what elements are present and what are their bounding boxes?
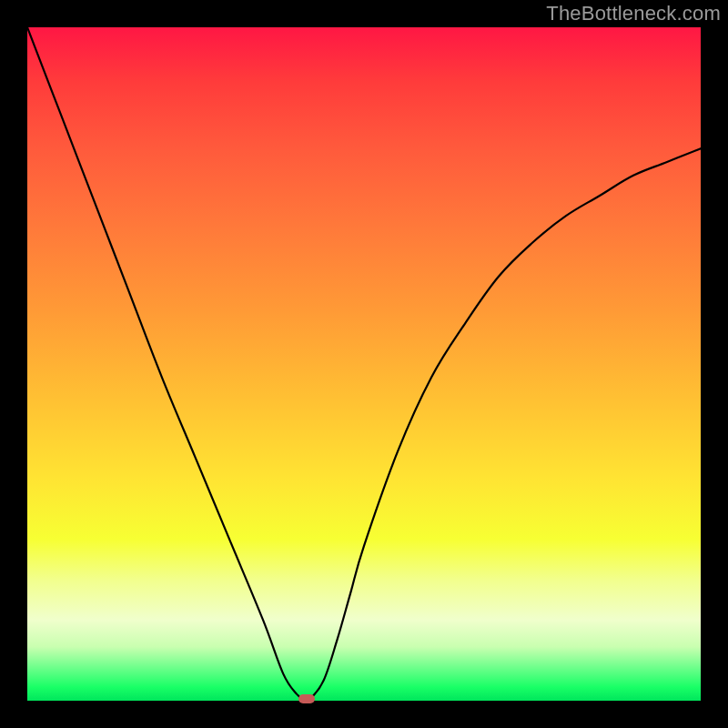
watermark-text: TheBottleneck.com (546, 2, 721, 25)
chart-frame: TheBottleneck.com (0, 0, 728, 728)
plot-area (27, 27, 701, 701)
minimum-marker (298, 694, 315, 703)
bottleneck-curve (27, 27, 701, 701)
